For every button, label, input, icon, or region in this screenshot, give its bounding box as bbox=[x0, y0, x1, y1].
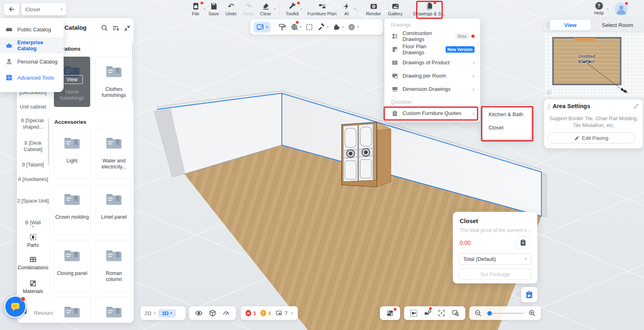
comment-tool-button[interactable]: ▾ bbox=[254, 22, 270, 33]
collapse-panel-button[interactable] bbox=[122, 23, 132, 33]
hammer-tool-button[interactable]: ▾ bbox=[317, 23, 329, 31]
chevron-down-icon: ▾ bbox=[170, 312, 172, 315]
folder-icon bbox=[106, 241, 122, 271]
floor-plan-minimap[interactable]: Untitled 83.45m² bbox=[544, 31, 644, 97]
card-label: Crown molding bbox=[54, 214, 90, 220]
category-item[interactable]: A [Auxiliaries] bbox=[17, 176, 49, 182]
category-item[interactable]: 2 [Space Unit] bbox=[17, 198, 49, 204]
camera-settings-button[interactable] bbox=[424, 309, 432, 317]
chevron-down-icon: ▾ bbox=[357, 25, 359, 29]
menu-item-floor-plan-drawings[interactable]: Floor Plan Drawings New Version bbox=[384, 43, 480, 56]
tab-select-room[interactable]: Select Room bbox=[594, 20, 641, 30]
ai-button[interactable]: AI ▾ bbox=[334, 2, 359, 16]
menu-item-drawings-of-product[interactable]: Drawings of Product › bbox=[384, 56, 480, 69]
zoom-in-icon[interactable] bbox=[528, 309, 536, 317]
catalog-card-roman-column[interactable]: Roman column bbox=[95, 240, 132, 291]
tab-view[interactable]: View bbox=[550, 20, 591, 30]
combinations-icon bbox=[29, 256, 37, 264]
cube-view-icon[interactable] bbox=[208, 309, 217, 317]
construction-drawings-icon bbox=[392, 33, 398, 39]
area-settings-description: Support Border Tile, Chair Rail Molding,… bbox=[549, 115, 638, 129]
expand-icon[interactable] bbox=[634, 104, 639, 109]
globe-tool-button[interactable]: ▾ bbox=[290, 23, 302, 31]
sofa-icon bbox=[5, 25, 13, 34]
catalog-card-clothes-furnishings[interactable]: Clothes furnishings bbox=[95, 56, 132, 107]
area-settings-title: Area Settings bbox=[553, 103, 590, 109]
zoom-out-icon[interactable] bbox=[474, 309, 482, 317]
toolkit-button[interactable]: Toolkit ▾ bbox=[279, 2, 305, 16]
eraser-icon bbox=[262, 2, 270, 10]
quote-clipboard-button[interactable] bbox=[521, 287, 537, 302]
plugin-tool-button[interactable]: ▾ bbox=[332, 23, 344, 31]
camera-settings-icon bbox=[424, 309, 432, 317]
catalog-card-lintel-panel[interactable]: Lintel panel bbox=[95, 184, 132, 235]
wardrobe-3d[interactable] bbox=[342, 122, 391, 187]
submenu-item-kitchen-bath[interactable]: Kitchen & Bath bbox=[483, 108, 531, 121]
visibility-eye-icon[interactable] bbox=[195, 309, 203, 317]
category-item[interactable]: 6 [Special-shaped... bbox=[17, 117, 49, 130]
category-item[interactable]: 9 [Tatami] bbox=[17, 162, 49, 168]
sidebar-item-materials[interactable]: Materials bbox=[17, 279, 49, 294]
drawings-quotes-button[interactable]: Drawings & S... bbox=[414, 2, 444, 16]
drag-handle[interactable] bbox=[516, 291, 520, 298]
switcher-item-public-catalog[interactable]: Public Catalog bbox=[0, 21, 64, 37]
performance-gauge-icon[interactable] bbox=[222, 309, 230, 317]
issues-bar[interactable]: ✕ 1 ! 4 7 ▾ bbox=[241, 306, 298, 320]
back-button[interactable] bbox=[4, 3, 19, 15]
menu-item-custom-furniture-quotes[interactable]: Custom Furniture Quotes › bbox=[384, 107, 480, 120]
paint-roller-icon[interactable] bbox=[278, 23, 287, 31]
help-button[interactable]: ? Help ▾ bbox=[586, 2, 612, 15]
menu-item-dimension-drawings[interactable]: Dimension Drawings › bbox=[384, 82, 480, 96]
category-item[interactable]: Unit cabinet bbox=[17, 104, 49, 110]
catalog-card-light[interactable]: Light bbox=[54, 128, 91, 179]
room-selector-dropdown[interactable]: Closet ▾ bbox=[21, 3, 66, 15]
walkthrough-camera-icon[interactable] bbox=[410, 309, 418, 317]
sidebar-item-combinations[interactable]: Combinations bbox=[17, 256, 49, 271]
hammer-icon bbox=[317, 23, 326, 31]
mode-2d-button[interactable]: 2D bbox=[144, 310, 151, 316]
catalog-card[interactable] bbox=[95, 297, 132, 323]
chat-notification-dot bbox=[21, 297, 25, 301]
minimap-room[interactable]: Untitled 83.45m² bbox=[552, 37, 621, 85]
gallery-button[interactable]: Gallery bbox=[382, 2, 408, 16]
export-quote-button[interactable] bbox=[516, 236, 530, 249]
catalog-card-water-electricity[interactable]: Water and electricity... bbox=[95, 128, 132, 179]
minimap-door bbox=[574, 38, 595, 41]
zoom-slider-handle[interactable] bbox=[487, 311, 492, 316]
category-item[interactable]: 8 [Desk Cabinet] bbox=[17, 140, 49, 153]
switcher-item-personal-catalog[interactable]: Personal Catalog bbox=[0, 53, 64, 70]
error-count: 1 bbox=[253, 310, 256, 316]
focus-center-icon[interactable] bbox=[438, 309, 446, 317]
toggles-button[interactable] bbox=[380, 306, 400, 320]
package-dropdown[interactable]: Total (Default) ▾ bbox=[459, 253, 531, 265]
zoom-slider[interactable] bbox=[486, 313, 524, 314]
sidebar-item-parts[interactable]: Parts bbox=[17, 233, 49, 248]
menu-item-drawing-per-room[interactable]: Drawing per Room › bbox=[384, 69, 480, 82]
search-button[interactable] bbox=[100, 23, 109, 33]
menu-item-construction-drawings[interactable]: Construction Drawings Beta bbox=[384, 29, 480, 43]
target-tool-button[interactable]: ▾ bbox=[347, 23, 359, 31]
catalog-card-closing-panel[interactable]: Closing panel bbox=[54, 240, 91, 291]
switcher-item-enterprise-catalog[interactable]: Enterprise Catalog bbox=[0, 37, 64, 53]
category-scroll-down-button[interactable]: ▾ bbox=[17, 224, 49, 232]
menu-section-quotation: Quotation bbox=[384, 96, 480, 107]
category-scrollbar[interactable] bbox=[48, 119, 49, 165]
drawings-document-icon bbox=[425, 2, 433, 10]
switcher-item-advanced-tools[interactable]: Advanced Tools bbox=[0, 70, 64, 86]
filter-button[interactable] bbox=[111, 23, 121, 33]
submenu-item-closet[interactable]: Closet bbox=[483, 121, 531, 134]
card-label: Water and electricity... bbox=[96, 158, 132, 170]
drag-handle[interactable] bbox=[546, 21, 550, 29]
catalog-card[interactable] bbox=[54, 297, 91, 323]
edit-paving-button[interactable]: Edit Paving bbox=[547, 132, 635, 143]
clear-button[interactable]: Clear ▾ bbox=[253, 2, 279, 16]
marquee-select-icon[interactable] bbox=[305, 23, 314, 31]
drag-handle[interactable] bbox=[547, 104, 551, 111]
zoom-region-icon[interactable] bbox=[452, 309, 460, 317]
catalog-card-crown-molding[interactable]: Crown molding bbox=[54, 184, 91, 235]
view-button[interactable]: View bbox=[61, 75, 83, 84]
mode-3d-button[interactable]: 3D ▾ bbox=[158, 309, 176, 318]
set-package-button[interactable]: Set Package bbox=[459, 269, 531, 280]
resize-handle-icon bbox=[547, 90, 551, 95]
closet-panel-title: Closet bbox=[460, 217, 478, 224]
